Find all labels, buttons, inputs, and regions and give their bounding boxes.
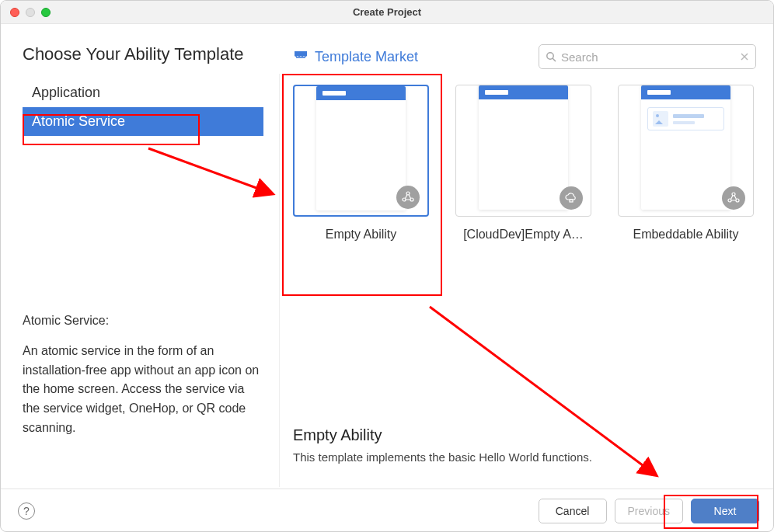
window-title: Create Project	[1, 6, 773, 18]
nav-item-atomic-service[interactable]: Atomic Service	[23, 107, 263, 136]
share-icon	[722, 186, 745, 210]
template-cards: Empty Ability [CloudDev]Empty A…	[293, 85, 756, 242]
market-icon	[293, 49, 309, 64]
svg-point-6	[403, 198, 406, 201]
left-panel: Choose Your Ability Template Application…	[1, 24, 279, 489]
close-window-button[interactable]	[10, 8, 19, 17]
previous-button: Previous	[615, 499, 683, 523]
svg-point-2	[547, 53, 553, 59]
template-card-embeddable-ability[interactable]: Embeddable Ability	[618, 85, 754, 242]
cancel-button[interactable]: Cancel	[539, 499, 607, 523]
description-body: An atomic service in the form of an inst…	[23, 342, 263, 438]
template-label: [CloudDev]Empty A…	[455, 228, 591, 242]
description-title: Atomic Service:	[23, 311, 263, 331]
template-card-clouddev-empty[interactable]: [CloudDev]Empty A…	[455, 85, 591, 242]
detail-body: This template implements the basic Hello…	[293, 450, 756, 464]
svg-rect-1	[296, 57, 305, 58]
search-input[interactable]	[561, 50, 735, 64]
detail-title: Empty Ability	[293, 426, 756, 444]
content: Choose Your Ability Template Application…	[1, 24, 773, 489]
help-icon[interactable]: ?	[18, 502, 35, 520]
template-label: Empty Ability	[293, 228, 429, 242]
template-detail: Empty Ability This template implements t…	[293, 426, 756, 473]
titlebar: Create Project	[1, 1, 773, 24]
svg-rect-9	[570, 200, 573, 202]
svg-line-3	[553, 58, 556, 61]
next-button[interactable]: Next	[691, 499, 759, 523]
template-mock	[641, 85, 730, 210]
minimize-window-button[interactable]	[26, 8, 35, 17]
traffic-lights	[1, 8, 51, 17]
right-panel: Template Market	[279, 24, 773, 489]
maximize-window-button[interactable]	[41, 8, 51, 17]
right-topbar: Template Market	[293, 44, 756, 69]
template-market-label: Template Market	[315, 49, 418, 65]
svg-point-11	[736, 199, 739, 202]
description: Atomic Service: An atomic service in the…	[23, 311, 263, 438]
svg-point-10	[728, 199, 731, 202]
template-mock	[479, 85, 568, 210]
cloud-icon	[560, 186, 583, 210]
vertical-divider	[279, 74, 280, 487]
search-box[interactable]	[539, 44, 756, 69]
nav-list: Application Atomic Service	[23, 78, 263, 136]
page-heading: Choose Your Ability Template	[23, 44, 263, 64]
footer: ? Cancel Previous Next	[1, 489, 773, 532]
share-icon	[396, 186, 420, 209]
template-thumb	[293, 85, 429, 217]
template-thumb	[618, 85, 754, 217]
template-market-link[interactable]: Template Market	[293, 49, 418, 65]
template-label: Embeddable Ability	[618, 228, 754, 242]
nav-item-application[interactable]: Application	[23, 78, 263, 107]
window: Create Project Choose Your Ability Templ…	[0, 0, 774, 532]
template-mock	[316, 86, 406, 210]
svg-rect-0	[295, 51, 307, 54]
template-thumb	[455, 85, 591, 217]
clear-icon[interactable]	[740, 52, 749, 61]
search-icon	[546, 51, 556, 62]
template-card-empty-ability[interactable]: Empty Ability	[293, 85, 429, 242]
svg-point-7	[410, 198, 413, 201]
